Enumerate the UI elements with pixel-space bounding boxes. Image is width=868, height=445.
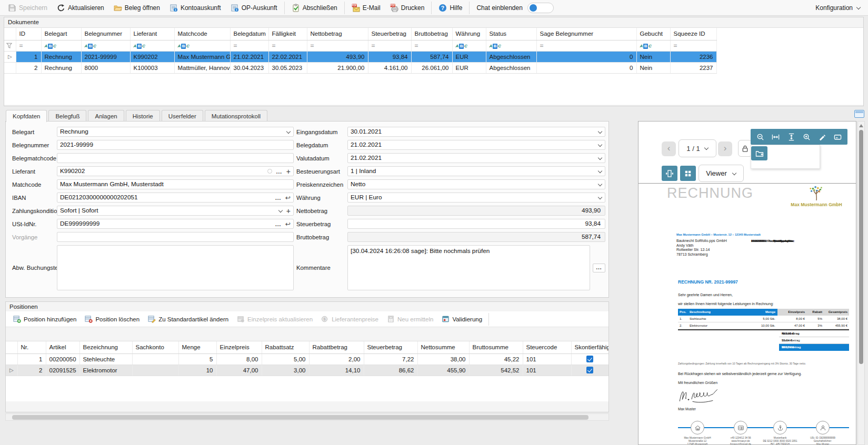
open-document-button[interactable]: Beleg öffnen <box>109 2 165 14</box>
column-header[interactable]: Steuerbetrag <box>368 28 411 40</box>
vorgaenge-input[interactable] <box>57 232 294 242</box>
column-header[interactable]: Rabattsatz <box>262 341 309 353</box>
equals-filter-icon[interactable]: = <box>536 40 636 51</box>
waehrung-select[interactable]: EUR | Euro <box>347 193 605 203</box>
supplier-prices-button[interactable]: $ Lieferantenpreise <box>317 313 383 325</box>
kommentare-textarea[interactable]: [30.04.2024 16:26:08 sage]: Bitte nochma… <box>347 245 590 290</box>
add-position-button[interactable]: Position hinzufügen <box>9 313 81 325</box>
save-button[interactable]: Speichern <box>3 2 52 14</box>
archive-folder-button[interactable] <box>751 146 767 160</box>
column-header[interactable]: Bruttobetrag <box>411 28 452 40</box>
complete-button[interactable]: Abschließen <box>287 2 342 14</box>
delete-position-button[interactable]: Position löschen <box>81 313 144 325</box>
belegart-select[interactable]: Rechnung <box>57 127 294 137</box>
tab-anlagen[interactable]: Anlagen <box>88 110 124 121</box>
kommentare-ellipsis-button[interactable]: … <box>593 264 605 272</box>
text-filter-icon[interactable]: ABC <box>174 40 230 51</box>
zahlungskondition-select[interactable]: Sofort | Sofort + <box>57 206 294 216</box>
column-header[interactable]: Belegdatum <box>230 28 268 40</box>
stamp-card-icon[interactable] <box>834 133 842 141</box>
column-header[interactable]: Steuerbetrag <box>364 341 417 353</box>
equals-filter-icon[interactable]: = <box>411 40 452 51</box>
skontierfaehig-checkbox[interactable] <box>586 356 593 362</box>
chevron-down-icon[interactable] <box>598 169 602 174</box>
column-header[interactable]: Sachkonto <box>132 341 178 353</box>
column-header[interactable]: Lieferant <box>130 28 174 40</box>
table-row[interactable]: 2 Rechnung 8000 K100003 Mattmüller, Hann… <box>4 62 716 73</box>
chevron-down-icon[interactable] <box>598 130 602 134</box>
column-header[interactable]: Bezeichnung <box>79 341 132 353</box>
tab-historie[interactable]: Historie <box>126 110 160 121</box>
account-statement-button[interactable]: i Kontoauskunft <box>165 2 226 14</box>
help-button[interactable]: ? Hilfe <box>434 2 467 14</box>
op-statement-button[interactable]: i OP-Auskunft <box>226 2 282 14</box>
column-header[interactable]: Squeeze ID <box>670 28 716 40</box>
refresh-button[interactable]: Aktualisieren <box>52 2 109 14</box>
column-header[interactable]: Bruttosumme <box>469 341 523 353</box>
lock-button[interactable] <box>738 140 752 157</box>
fit-height-icon[interactable] <box>787 133 795 141</box>
text-filter-icon[interactable]: ABC <box>41 40 81 51</box>
column-header[interactable]: Sage Belegnummer <box>536 28 636 40</box>
fit-page-button[interactable] <box>662 166 677 181</box>
equals-filter-icon[interactable]: = <box>368 40 411 51</box>
table-row[interactable]: ▷ 2 02091525 Elektromotor 10 47,00 3,00 … <box>6 365 608 376</box>
table-row[interactable]: 1 00200050 Stehleuchte 5 8,00 5,00 2,00 … <box>6 353 608 365</box>
tab-userfelder[interactable]: Userfelder <box>162 110 203 121</box>
text-filter-icon[interactable]: ABC <box>130 40 174 51</box>
column-header[interactable]: Rabattbetrag <box>309 341 364 353</box>
ustidnr-input[interactable]: DE999999999 …↩ <box>57 219 294 229</box>
column-header[interactable]: Einzelpreis <box>216 341 262 353</box>
fit-width-icon[interactable] <box>772 133 780 141</box>
row-expander-icon[interactable]: ▷ <box>4 51 16 62</box>
column-header[interactable]: Nr. <box>17 341 46 353</box>
chevron-down-icon[interactable] <box>598 196 602 200</box>
scrollbar-thumb[interactable] <box>859 130 863 364</box>
belegnummer-input[interactable]: 2021-99999 <box>57 140 294 150</box>
filter-funnel-icon[interactable] <box>4 40 16 51</box>
undo-icon[interactable]: ↩ <box>285 194 291 202</box>
page-indicator-dropdown[interactable]: 1 / 1 <box>679 139 716 157</box>
text-filter-icon[interactable]: ABC <box>486 40 536 51</box>
tab-kopfdaten[interactable]: Kopfdaten <box>6 110 47 122</box>
column-header[interactable]: Nettobetrag <box>307 28 368 40</box>
preiskennzeichen-select[interactable]: Netto <box>347 179 605 189</box>
belegmatchcode-input[interactable] <box>57 153 294 163</box>
column-header[interactable]: ID <box>16 28 41 40</box>
tab-mutationsprotokoll[interactable]: Mutationsprotokoll <box>205 110 267 121</box>
equals-filter-icon[interactable]: = <box>307 40 368 51</box>
equals-filter-icon[interactable]: = <box>230 40 268 51</box>
annotate-pen-icon[interactable] <box>818 133 826 141</box>
text-filter-icon[interactable]: ABC <box>452 40 486 51</box>
chevron-down-icon[interactable] <box>598 156 602 160</box>
eingangsdatum-datepicker[interactable]: 30.01.2021 <box>347 127 605 137</box>
tab-belegfuss[interactable]: Belegfuß <box>48 110 86 121</box>
column-header[interactable]: Fälligkeit <box>268 28 307 40</box>
skontierfaehig-checkbox[interactable] <box>586 367 593 373</box>
chevron-down-icon[interactable] <box>278 209 283 213</box>
equals-filter-icon[interactable]: = <box>268 40 307 51</box>
text-filter-icon[interactable]: ABC <box>636 40 670 51</box>
equals-filter-icon[interactable]: = <box>16 40 41 51</box>
chevron-down-icon[interactable] <box>598 183 602 187</box>
text-filter-icon[interactable]: ABC <box>81 40 130 51</box>
iban-input[interactable]: DE02120300000000202051 …↩ <box>57 193 294 203</box>
row-expander-icon[interactable]: ▷ <box>6 365 17 376</box>
nettobetrag-input[interactable]: 493,90 <box>347 206 605 216</box>
horizontal-scrollbar[interactable] <box>5 413 609 421</box>
restore-window-icon[interactable] <box>854 110 864 118</box>
column-header[interactable]: Menge <box>178 341 216 353</box>
ellipsis-button[interactable]: … <box>276 169 283 174</box>
column-header[interactable]: Belegnummer <box>81 28 130 40</box>
konfiguration-menu[interactable]: Konfiguration <box>815 4 863 12</box>
previous-page-button[interactable]: ‹ <box>662 141 676 156</box>
undo-icon[interactable]: ↩ <box>285 220 291 228</box>
to-standard-article-button[interactable]: Zu Standardartikel ändern <box>144 313 233 325</box>
thumbnail-grid-button[interactable] <box>680 166 696 181</box>
bruttobetrag-input[interactable]: 587,74 <box>347 232 605 242</box>
valutadatum-datepicker[interactable]: 21.02.2021 <box>347 153 605 163</box>
steuerbetrag-input[interactable]: 93,84 <box>347 219 605 229</box>
add-icon[interactable]: + <box>286 168 291 175</box>
scrollbar-thumb[interactable] <box>12 415 588 420</box>
column-header[interactable]: Belegart <box>41 28 81 40</box>
